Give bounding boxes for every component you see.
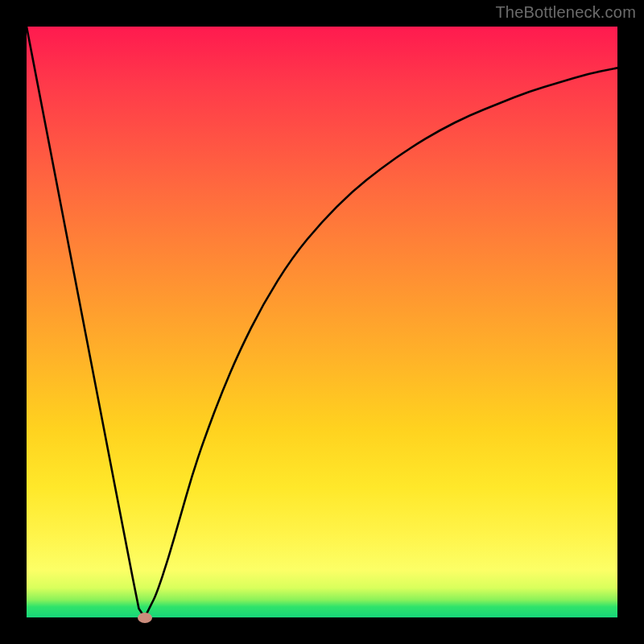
minimum-marker — [138, 613, 152, 623]
bottleneck-curve — [27, 27, 617, 617]
watermark-text: TheBottleneck.com — [495, 3, 636, 22]
plot-area — [27, 27, 617, 617]
chart-frame: TheBottleneck.com — [0, 0, 644, 644]
